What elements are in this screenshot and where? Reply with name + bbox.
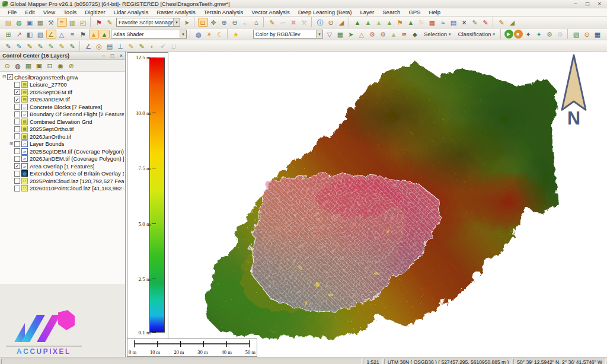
draw-range-ring-icon[interactable]: ▤ — [105, 41, 115, 50]
map-layout-icon[interactable]: ▥ — [68, 18, 78, 27]
draw-rectangle-icon[interactable]: ✎ — [46, 41, 56, 50]
lidar-grid-icon[interactable]: ▦ — [335, 30, 345, 39]
train-model-icon[interactable]: ✦ — [523, 30, 533, 39]
layer-checkbox[interactable] — [14, 111, 20, 117]
classification-dropdown[interactable]: Classification▾ — [455, 30, 498, 39]
snap-target-icon[interactable]: ◎ — [94, 41, 104, 50]
layer-row[interactable]: ▤Leisure_27700 — [1, 81, 124, 89]
flatten-terrain-icon[interactable]: ▲ — [385, 18, 395, 27]
layer-row[interactable]: ◍Extended Defence of Britain Overlay 19.… — [1, 170, 124, 178]
selection-dropdown[interactable]: Selection▾ — [421, 30, 454, 39]
delete-feature-icon[interactable]: ✖ — [289, 18, 299, 27]
chevron-down-icon[interactable]: ▾ — [316, 30, 322, 38]
menu-layer[interactable]: Layer — [356, 8, 379, 17]
coordinate-convert-icon[interactable]: ✎ — [497, 18, 507, 27]
play-script-icon[interactable]: ▶ — [504, 30, 513, 39]
path-profile-view-icon[interactable]: ≡ — [68, 30, 78, 39]
menu-deep-learning-beta-[interactable]: Deep Learning (Beta) — [294, 8, 356, 17]
globe-3d-icon[interactable]: ◍ — [194, 30, 204, 39]
layer-row[interactable]: ▦2025SeptOrtho.tif — [1, 126, 124, 133]
stamp-vertices-icon[interactable]: ⊔ — [169, 41, 179, 50]
create-feature-icon[interactable]: ▱ — [278, 18, 288, 27]
layer-checkbox[interactable] — [14, 186, 20, 191]
layer-row[interactable]: ▤Combined Elevation Grid — [1, 118, 124, 126]
layer-row[interactable]: ⊟✓ChesilDragonsTeeth.gmw — [1, 74, 124, 81]
draw-freehand-icon[interactable]: ✎ — [68, 41, 78, 50]
model-export-icon[interactable]: ⚙ — [555, 30, 566, 39]
layer-row[interactable]: ∷2025PointCloud.laz [120,792,527 Feature… — [1, 177, 124, 185]
open-file-icon[interactable]: ▨ — [4, 18, 14, 27]
menu-terrain-analysis[interactable]: Terrain Analysis — [200, 8, 248, 17]
extract-features-icon[interactable]: ➤ — [346, 30, 356, 39]
download-online-data-icon[interactable]: ◍ — [14, 18, 24, 27]
measure-tool-icon[interactable]: ◢ — [337, 18, 347, 27]
query-search-icon[interactable]: ⊙ — [326, 18, 336, 27]
layer-metadata-icon[interactable]: ◍ — [13, 61, 23, 70]
layer-row[interactable]: ▱Concrete Blocks [7 Features] — [1, 103, 124, 111]
run-script-icon[interactable]: ➤ — [182, 18, 192, 27]
elevation-grid-icon[interactable]: ▦ — [427, 18, 437, 27]
attribute-table-icon[interactable]: ▦ — [24, 61, 34, 70]
layer-row[interactable]: ∷20260110PointCloud.laz [41,183,982 Feat… — [1, 185, 124, 193]
lidar-filter-icon[interactable]: ▽ — [324, 30, 334, 39]
model-settings-icon[interactable]: ⚙ — [545, 30, 555, 39]
tree-extract-icon[interactable]: ♣ — [410, 30, 420, 39]
layer-row[interactable]: ⊞▱Layer Bounds — [1, 141, 124, 148]
menu-help[interactable]: Help — [424, 8, 445, 17]
shader-mountain-icon[interactable]: ▲ — [100, 30, 110, 39]
maximize-button[interactable]: □ — [586, 1, 589, 8]
control-center-icon[interactable]: ≡ — [57, 18, 67, 27]
layer-checkbox[interactable] — [14, 171, 20, 177]
viewshed-icon[interactable]: ▲ — [353, 18, 363, 27]
powerline-classify-icon[interactable]: ≋ — [399, 30, 409, 39]
layer-checkbox[interactable]: ✓ — [7, 74, 13, 80]
water-level-rise-icon[interactable]: ≈ — [438, 18, 448, 27]
layer-checkbox[interactable] — [14, 141, 20, 147]
menu-view[interactable]: View — [39, 8, 59, 17]
pan-tool-icon[interactable]: ✥ — [209, 18, 219, 27]
layer-checkbox[interactable] — [14, 104, 20, 110]
favorite-script-manager-combo[interactable]: Favorite Script Manager...▾ — [116, 18, 180, 27]
layer-checkbox[interactable] — [14, 126, 20, 132]
layer-row[interactable]: ✓▱Area Overlap [1 Features] — [1, 162, 124, 170]
watershed-icon[interactable]: ▲ — [374, 18, 384, 27]
layer-checkbox[interactable]: ✓ — [14, 97, 20, 103]
edit-script-icon[interactable]: ✎ — [105, 18, 115, 27]
show-all-layers-icon[interactable]: ◉ — [56, 61, 66, 70]
draw-line-icon[interactable]: ✎ — [14, 41, 24, 50]
expander-icon[interactable]: ⊞ — [8, 141, 14, 147]
measure-angle-icon[interactable]: ∠ — [84, 41, 94, 50]
layer-row[interactable]: ▦2026JanOrtho.tif — [1, 133, 124, 141]
layer-checkbox[interactable] — [14, 119, 20, 124]
minimize-button[interactable]: − — [574, 1, 577, 8]
overview-map-icon[interactable]: ◰ — [78, 18, 88, 27]
draw-text-icon[interactable]: ✎ — [126, 41, 136, 50]
stop-script-icon[interactable]: ■ — [514, 30, 523, 39]
lidar-color-mode-combo[interactable]: Color by RGB/Elev▾ — [253, 30, 323, 39]
feature-info-icon[interactable]: ⓘ — [315, 18, 325, 27]
temporary-marker-icon[interactable]: ⚑ — [78, 30, 88, 39]
layer-row[interactable]: ▱2025SeptDEM.tif (Coverage Polygon) [1 F… — [1, 148, 124, 155]
shader-combo[interactable]: Atlas Shader▾ — [111, 30, 187, 39]
menu-digitizer[interactable]: Digitizer — [81, 8, 109, 17]
panel-close-button[interactable]: × — [120, 53, 123, 59]
layer-checkbox[interactable] — [14, 82, 20, 88]
moon-shading-icon[interactable]: ☾ — [215, 30, 225, 39]
edit-feature-icon[interactable]: ⚒ — [299, 18, 309, 27]
layer-row[interactable]: ✓▤2026JanDEM.tif — [1, 96, 124, 104]
raster-palette-icon[interactable]: ▧ — [571, 30, 582, 39]
slope-analysis-icon[interactable]: ✎ — [481, 18, 491, 27]
tools-options-icon[interactable]: ⚒ — [46, 18, 56, 27]
search-options-icon[interactable]: ⊙ — [582, 30, 592, 39]
attribute-editor-icon[interactable]: ▦ — [593, 30, 603, 39]
menu-tools[interactable]: Tools — [59, 8, 81, 17]
lidar-profile-icon[interactable]: △ — [57, 30, 67, 39]
zoom-to-layers-icon[interactable]: ⊙ — [2, 61, 12, 70]
draw-area-icon[interactable]: ✎ — [25, 41, 35, 50]
menu-search[interactable]: Search — [378, 8, 404, 17]
sun-shading-icon[interactable]: ☀ — [205, 30, 215, 39]
hide-all-layers-icon[interactable]: ⊘ — [66, 61, 76, 70]
menu-vector-analysis[interactable]: Vector Analysis — [247, 8, 293, 17]
digitizer-tool-icon[interactable]: ✎ — [267, 18, 277, 27]
apply-model-icon[interactable]: ✦ — [534, 30, 544, 39]
